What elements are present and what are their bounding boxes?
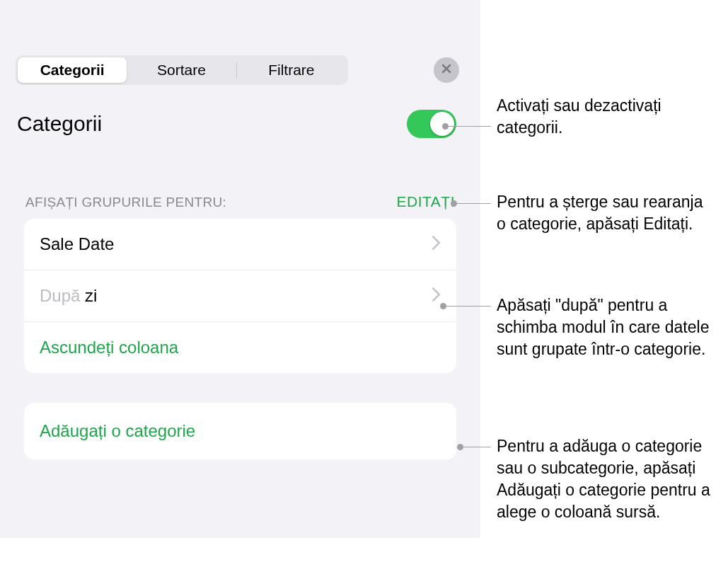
- segmented-control: Categorii Sortare Filtrare: [16, 55, 348, 85]
- callout-leader: [446, 126, 491, 127]
- hide-column-label: Ascundeți coloana: [40, 338, 178, 357]
- close-icon: [441, 63, 452, 77]
- tab-categories[interactable]: Categorii: [18, 57, 127, 83]
- categories-panel: Categorii Sortare Filtrare Categorii AFI…: [0, 0, 481, 538]
- page-title: Categorii: [17, 112, 102, 136]
- category-card: Sale Date După zi Ascundeți coloana: [24, 219, 456, 373]
- callout-add: Pentru a adăuga o categorie sau o subcat…: [497, 435, 727, 523]
- section-header: AFIȘAȚI GRUPURILE PENTRU: EDITAȚI: [0, 138, 480, 219]
- hide-column-row[interactable]: Ascundeți coloana: [24, 322, 456, 373]
- group-by-unit: zi: [85, 286, 97, 305]
- group-by-row[interactable]: După zi: [24, 270, 456, 322]
- callout-leader: [454, 203, 491, 204]
- chevron-right-icon: [432, 287, 441, 305]
- categories-toggle[interactable]: [407, 110, 456, 138]
- add-category-card: Adăugați o categorie: [24, 403, 456, 459]
- category-source-row[interactable]: Sale Date: [24, 219, 456, 270]
- callout-leader: [444, 306, 491, 307]
- tab-sort-label: Sortare: [157, 62, 206, 79]
- callout-by: Apăsați "după" pentru a schimba modul în…: [497, 294, 723, 360]
- tab-filter-label: Filtrare: [268, 62, 314, 79]
- close-button[interactable]: [434, 57, 459, 83]
- group-by-label: După zi: [40, 286, 97, 306]
- tab-categories-label: Categorii: [40, 62, 105, 79]
- callout-leader: [461, 447, 491, 447]
- edit-button[interactable]: EDITAȚI: [397, 193, 455, 210]
- chevron-right-icon: [432, 235, 441, 253]
- tab-filter[interactable]: Filtrare: [237, 57, 346, 83]
- topbar: Categorii Sortare Filtrare: [0, 0, 480, 85]
- group-by-prefix: După: [40, 286, 85, 305]
- add-category-row[interactable]: Adăugați o categorie: [24, 403, 456, 459]
- add-category-label: Adăugați o categorie: [40, 421, 195, 441]
- title-row: Categorii: [0, 85, 480, 138]
- category-source-label: Sale Date: [40, 234, 114, 254]
- section-label: AFIȘAȚI GRUPURILE PENTRU:: [25, 195, 226, 210]
- tab-sort[interactable]: Sortare: [127, 57, 236, 83]
- callout-toggle: Activați sau dezactivați categorii.: [497, 95, 716, 139]
- callout-edit: Pentru a șterge sau rearanja o categorie…: [497, 191, 716, 235]
